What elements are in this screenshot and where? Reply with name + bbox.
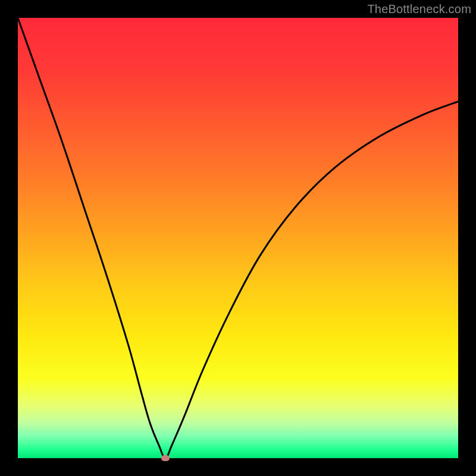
curve-svg [18, 18, 458, 458]
minimum-marker [161, 455, 170, 461]
watermark-text: TheBottleneck.com [367, 2, 471, 16]
chart-frame: TheBottleneck.com [0, 0, 476, 476]
plot-area [18, 18, 458, 458]
bottleneck-curve [18, 18, 458, 458]
